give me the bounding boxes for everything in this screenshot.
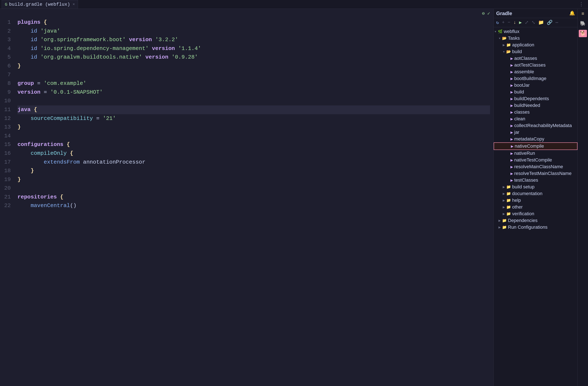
right-sidebar: ≡ 🐘 🐕 bbox=[577, 9, 588, 386]
tree-icon-classes: ▶ bbox=[510, 110, 513, 114]
tree-item-resolveMainClassName[interactable]: ▶resolveMainClassName bbox=[494, 163, 577, 170]
folder-button[interactable]: 📁 bbox=[537, 19, 545, 26]
circle-minus-icon[interactable]: ⊖ bbox=[482, 11, 485, 16]
tree-item-jar[interactable]: ▶jar bbox=[494, 129, 577, 136]
tree-item-verification[interactable]: ▶📁verification bbox=[494, 210, 577, 217]
gradle-tree[interactable]: ▾🌿webflux▾📂Tasks▶📁application▾📂build▶aot… bbox=[494, 27, 577, 386]
tree-arrow-tasks: ▾ bbox=[498, 37, 501, 40]
tree-icon-collectReachabilityMetadata: ▶ bbox=[510, 124, 513, 128]
editor-area: ⊖ ✓ 12345678910111213141516171819202122 … bbox=[0, 9, 493, 386]
tree-arrow-run_configs: ▶ bbox=[498, 225, 501, 229]
tree-arrow-verification: ▶ bbox=[502, 212, 505, 215]
tree-item-documentation[interactable]: ▶📁documentation bbox=[494, 190, 577, 197]
tree-label-help: help bbox=[512, 198, 521, 203]
tree-arrow-build: ▾ bbox=[502, 50, 505, 53]
tree-label-aotClasses: aotClasses bbox=[514, 56, 537, 61]
tree-icon-other: 📁 bbox=[506, 205, 511, 209]
gradle-bell-icon[interactable]: 🔔 bbox=[569, 11, 575, 16]
tree-label-assemble: assemble bbox=[514, 69, 534, 75]
code-line-6: } bbox=[18, 62, 490, 71]
tab-close-button[interactable]: × bbox=[72, 2, 75, 6]
tree-item-dependencies[interactable]: ▶📁Dependencies bbox=[494, 217, 577, 224]
gradle-icon[interactable]: 🐘 bbox=[579, 20, 587, 27]
code-line-1: plugins { bbox=[18, 18, 490, 27]
gradle-panel: Gradle 🔔 ↻ + − ↓ ▶ ⤢ ⤡ 📁 🔗 ⋯ ▾🌿webflux▾📂… bbox=[493, 9, 577, 386]
tree-label-nativeTestCompile: nativeTestCompile bbox=[514, 157, 552, 163]
tree-item-other[interactable]: ▶📁other bbox=[494, 204, 577, 210]
tree-icon-build: 📂 bbox=[506, 49, 511, 54]
run-button[interactable]: ▶ bbox=[518, 19, 523, 26]
tree-item-nativeTestCompile[interactable]: ▶nativeTestCompile bbox=[494, 157, 577, 163]
tree-item-clean[interactable]: ▶clean bbox=[494, 116, 577, 122]
gradle-title: Gradle bbox=[496, 11, 567, 16]
run-icon[interactable]: 🐕 bbox=[579, 30, 587, 37]
tree-item-metadataCopy[interactable]: ▶metadataCopy bbox=[494, 136, 577, 142]
tree-icon-metadataCopy: ▶ bbox=[510, 137, 513, 141]
tree-icon-jar: ▶ bbox=[510, 130, 513, 134]
tree-item-build[interactable]: ▾📂build bbox=[494, 48, 577, 55]
tree-label-clean: clean bbox=[514, 116, 525, 122]
tree-label-build_task: build bbox=[514, 89, 524, 95]
code-content[interactable]: plugins { id 'java' id 'org.springframew… bbox=[14, 18, 493, 386]
more-button[interactable]: ⋯ bbox=[555, 19, 559, 26]
tree-item-assemble[interactable]: ▶assemble bbox=[494, 68, 577, 75]
tree-item-run_configs[interactable]: ▶📁Run Configurations bbox=[494, 224, 577, 231]
tab-bar: G build.gradle (webflux) × ⋮ bbox=[0, 0, 588, 9]
code-line-17: extendsFrom annotationProcessor bbox=[18, 158, 490, 167]
tree-icon-assemble: ▶ bbox=[510, 70, 513, 74]
editor-tab[interactable]: G build.gradle (webflux) × bbox=[2, 0, 78, 9]
tree-item-collectReachabilityMetadata[interactable]: ▶collectReachabilityMetadata bbox=[494, 122, 577, 129]
download-button[interactable]: ↓ bbox=[513, 20, 517, 26]
tree-item-nativeRun[interactable]: ▶nativeRun bbox=[494, 150, 577, 157]
tree-item-help[interactable]: ▶📁help bbox=[494, 197, 577, 204]
tree-item-buildNeeded[interactable]: ▶buildNeeded bbox=[494, 102, 577, 109]
tree-label-resolveMainClassName: resolveMainClassName bbox=[514, 164, 563, 169]
tree-item-webflux[interactable]: ▾🌿webflux bbox=[494, 28, 577, 35]
tree-arrow-dependencies: ▶ bbox=[498, 219, 501, 222]
expand-button[interactable]: ⤢ bbox=[524, 19, 529, 26]
layers-icon[interactable]: ≡ bbox=[581, 11, 585, 18]
tree-item-application[interactable]: ▶📁application bbox=[494, 41, 577, 48]
tree-label-bootBuildImage: bootBuildImage bbox=[514, 76, 546, 81]
tree-item-buildDependents[interactable]: ▶buildDependents bbox=[494, 95, 577, 102]
tree-icon-testClasses: ▶ bbox=[510, 178, 513, 182]
tree-arrow-other: ▶ bbox=[502, 205, 505, 209]
tree-item-resolveTestMainClassName[interactable]: ▶resolveTestMainClassName bbox=[494, 170, 577, 177]
tree-icon-dependencies: 📁 bbox=[502, 218, 507, 223]
tree-label-verification: verification bbox=[512, 211, 534, 217]
tree-label-nativeCompile: nativeCompile bbox=[515, 143, 544, 149]
tree-icon-documentation: 📁 bbox=[506, 191, 511, 196]
tree-icon-nativeRun: ▶ bbox=[510, 151, 513, 155]
tree-item-tasks[interactable]: ▾📂Tasks bbox=[494, 35, 577, 41]
code-editor: 12345678910111213141516171819202122 plug… bbox=[0, 18, 493, 386]
checkmark-icon[interactable]: ✓ bbox=[487, 11, 490, 16]
tree-item-bootJar[interactable]: ▶bootJar bbox=[494, 82, 577, 89]
tree-icon-nativeCompile: ▶ bbox=[511, 144, 513, 148]
link-button[interactable]: 🔗 bbox=[546, 19, 553, 26]
tree-icon-aotTestClasses: ▶ bbox=[510, 63, 513, 67]
tree-arrow-webflux: ▾ bbox=[494, 30, 497, 33]
tree-item-aotClasses[interactable]: ▶aotClasses bbox=[494, 55, 577, 62]
tree-icon-build_setup: 📁 bbox=[506, 184, 511, 189]
tab-overflow-button[interactable]: ⋮ bbox=[576, 1, 586, 7]
tree-label-aotTestClasses: aotTestClasses bbox=[514, 62, 546, 68]
tree-label-other: other bbox=[512, 204, 523, 210]
tree-icon-help: 📁 bbox=[506, 198, 511, 203]
code-line-15: configurations { bbox=[18, 140, 490, 149]
code-line-16: compileOnly { bbox=[18, 149, 490, 158]
tree-item-classes[interactable]: ▶classes bbox=[494, 109, 577, 116]
tree-item-testClasses[interactable]: ▶testClasses bbox=[494, 177, 577, 183]
tree-label-bootJar: bootJar bbox=[514, 82, 530, 88]
refresh-button[interactable]: ↻ bbox=[495, 19, 500, 26]
shrink-button[interactable]: ⤡ bbox=[531, 19, 536, 26]
tree-item-aotTestClasses[interactable]: ▶aotTestClasses bbox=[494, 62, 577, 68]
tree-item-bootBuildImage[interactable]: ▶bootBuildImage bbox=[494, 75, 577, 82]
tree-icon-bootJar: ▶ bbox=[510, 83, 513, 87]
tree-item-build_setup[interactable]: ▶📁build setup bbox=[494, 183, 577, 190]
tree-icon-resolveTestMainClassName: ▶ bbox=[510, 172, 513, 176]
tree-icon-application: 📁 bbox=[506, 43, 511, 47]
tree-item-build_task[interactable]: ▶build bbox=[494, 89, 577, 95]
minus-button[interactable]: − bbox=[507, 20, 511, 26]
tree-item-nativeCompile[interactable]: ▶nativeCompile bbox=[494, 142, 577, 150]
add-button[interactable]: + bbox=[501, 20, 505, 26]
